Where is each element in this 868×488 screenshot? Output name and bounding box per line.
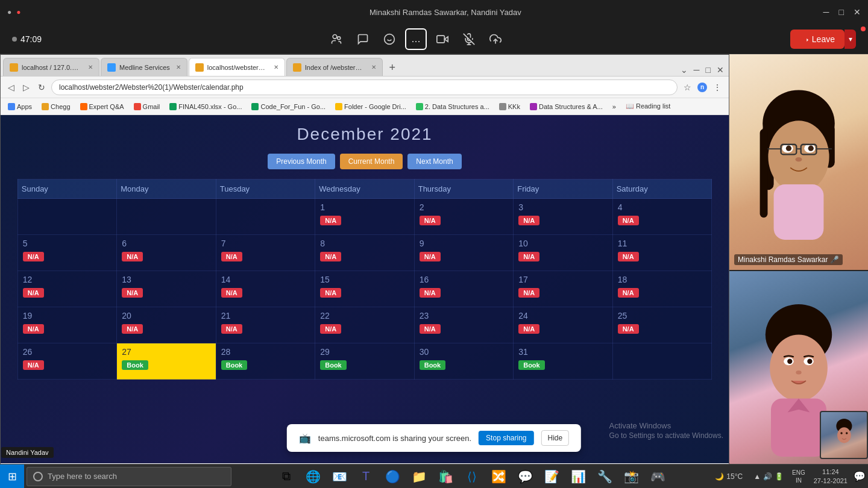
calendar-cell-0-6[interactable]: 4N/A [612,199,712,235]
bookmark-expertqa[interactable]: Expert Q&A [78,102,127,111]
taskbar-outlook[interactable]: 📧 [326,465,353,489]
calendar-cell-3-1[interactable]: 20N/A [117,307,216,343]
tabs-dropdown-button[interactable]: ⌄ [678,64,690,76]
calendar-cell-2-6[interactable]: 18N/A [612,271,712,307]
taskbar-app12[interactable]: 🔧 [591,465,618,489]
new-tab-button[interactable]: + [384,59,401,76]
calendar-cell-1-3[interactable]: 8N/A [315,235,414,271]
calendar-cell-2-3[interactable]: 15N/A [315,271,414,307]
refresh-button[interactable]: ↻ [36,81,48,93]
calendar-cell-1-1[interactable]: 6N/A [117,235,216,271]
calendar-cell-4-0[interactable]: 26N/A [17,343,116,380]
start-button[interactable]: ⊞ [0,465,24,489]
calendar-cell-4-2[interactable]: 28Book [216,343,315,380]
browser-tab-2[interactable]: Medline Services ✕ [101,58,187,76]
calendar-cell-4-6[interactable] [612,343,712,380]
calendar-cell-2-1[interactable]: 13N/A [117,271,216,307]
calendar-cell-0-3[interactable]: 1N/A [315,199,414,235]
bookmark-gmail[interactable]: Gmail [131,102,163,111]
bookmark-button[interactable]: ☆ [681,81,694,93]
taskbar-search-box[interactable]: Type here to search [27,467,231,486]
calendar-cell-4-4[interactable]: 30Book [414,343,513,380]
prev-month-button[interactable]: Previous Month [268,154,335,169]
calendar-cell-4-1[interactable]: 27Book [117,343,216,380]
taskbar-vscode[interactable]: ⟨⟩ [459,465,485,489]
bookmark-kkk[interactable]: KKk [497,102,523,111]
calendar-cell-1-4[interactable]: 9N/A [414,235,513,271]
calendar-cell-3-2[interactable]: 21N/A [216,307,315,343]
calendar-cell-0-0[interactable] [17,199,116,235]
camera-button[interactable] [432,28,453,50]
reading-list[interactable]: 📖 Reading list [623,101,673,111]
forward-button[interactable]: ▷ [20,81,32,93]
close-tab-button[interactable]: ✕ [714,64,726,76]
calendar-cell-3-3[interactable]: 22N/A [315,307,414,343]
minimize-tab-button[interactable]: ─ [691,64,702,76]
curr-month-button[interactable]: Current Month [340,154,403,169]
browser-tab-1[interactable]: localhost / 127.0.0.1 / medical / ✕ [3,58,99,76]
taskbar-app10[interactable]: 📝 [538,465,565,489]
calendar-cell-4-5[interactable]: 31Book [514,343,612,380]
taskbar-app13[interactable]: 📸 [618,465,644,489]
stop-sharing-button[interactable]: Stop sharing [479,431,533,445]
maximize-button[interactable]: □ [839,7,844,17]
next-month-button[interactable]: Next Month [407,154,461,169]
bookmark-ds2[interactable]: 2. Data Structures a... [414,102,492,111]
leave-button[interactable]: Leave [790,30,844,49]
reactions-button[interactable] [379,28,400,50]
share-screen-button[interactable] [485,28,506,50]
taskbar-git[interactable]: 🔀 [485,465,512,489]
maximize-tab-button[interactable]: □ [703,64,713,76]
taskbar-chrome[interactable]: 🔵 [379,465,406,489]
calendar-cell-1-0[interactable]: 5N/A [17,235,116,271]
tab-4-close[interactable]: ✕ [371,64,376,70]
calendar-cell-1-6[interactable]: 11N/A [612,235,712,271]
leave-chevron-button[interactable]: ▾ [844,30,856,49]
bookmark-dsa[interactable]: Data Structures & A... [527,102,605,111]
back-button[interactable]: ◁ [5,81,17,93]
bookmark-apps[interactable]: Apps [5,102,34,111]
taskbar-app14[interactable]: 🎮 [644,465,671,489]
calendar-cell-0-1[interactable] [117,199,216,235]
minimize-button[interactable]: ─ [823,7,829,17]
profile-avatar[interactable]: n [697,83,707,92]
calendar-cell-3-5[interactable]: 24N/A [514,307,612,343]
url-bar[interactable] [51,80,678,95]
participants-button[interactable] [326,28,347,50]
browser-tab-4[interactable]: Index of /webster3/Webster/adr ✕ [286,58,383,76]
taskbar-taskview[interactable]: ⧉ [273,465,300,489]
menu-button[interactable]: ⋮ [711,81,724,93]
tab-2-close[interactable]: ✕ [176,64,181,70]
taskbar-explorer[interactable]: 📁 [406,465,432,489]
taskbar-time[interactable]: 11:24 27-12-2021 [810,468,851,485]
tab-1-close[interactable]: ✕ [88,64,93,70]
calendar-cell-1-5[interactable]: 10N/A [514,235,612,271]
more-button[interactable]: ... [405,28,427,50]
calendar-cell-1-2[interactable]: 7N/A [216,235,315,271]
chat-button[interactable] [352,28,374,50]
calendar-cell-3-6[interactable]: 25N/A [612,307,712,343]
calendar-cell-3-0[interactable]: 19N/A [17,307,116,343]
taskbar-teams[interactable]: T [353,465,379,489]
mute-button[interactable] [458,28,480,50]
calendar-cell-2-2[interactable]: 14N/A [216,271,315,307]
calendar-cell-3-4[interactable]: 23N/A [414,307,513,343]
taskbar-store[interactable]: 🛍️ [432,465,459,489]
bookmark-final450[interactable]: FINAL450.xlsx - Go... [167,102,244,111]
taskbar-edge[interactable]: 🌐 [300,465,326,489]
calendar-cell-2-5[interactable]: 17N/A [514,271,612,307]
bookmark-more[interactable]: » [610,102,618,111]
bookmark-codeforfun[interactable]: Code_For_Fun - Go... [249,102,328,111]
calendar-cell-0-2[interactable] [216,199,315,235]
hide-button[interactable]: Hide [541,430,570,446]
calendar-cell-4-3[interactable]: 29Book [315,343,414,380]
taskbar-app11[interactable]: 📊 [565,465,591,489]
calendar-cell-0-5[interactable]: 3N/A [514,199,612,235]
calendar-cell-2-4[interactable]: 16N/A [414,271,513,307]
taskbar-discord[interactable]: 💬 [512,465,538,489]
bookmark-chegg[interactable]: Chegg [39,102,72,111]
browser-tab-3[interactable]: localhost/webster2/Webster (1) ✕ [189,58,285,76]
notification-center-button[interactable]: 💬 [854,471,866,483]
close-button[interactable]: ✕ [854,7,861,17]
bookmark-folder[interactable]: Folder - Google Dri... [333,102,409,111]
